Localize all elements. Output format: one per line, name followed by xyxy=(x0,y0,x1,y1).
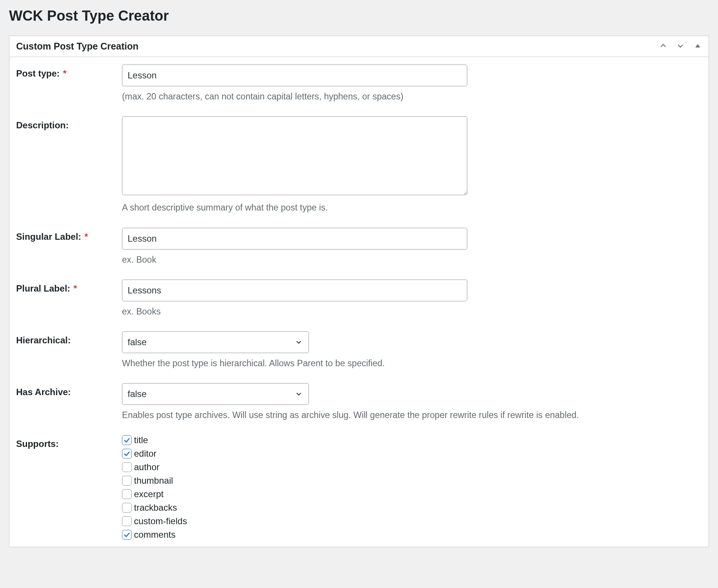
checkbox-label: author xyxy=(134,462,160,472)
panel-body: Post type: * (max. 20 characters, can no… xyxy=(9,57,709,546)
plural-label-help: ex. Books xyxy=(122,305,702,318)
required-marker: * xyxy=(63,68,66,78)
singular-label-input[interactable] xyxy=(122,228,467,250)
plural-label-input[interactable] xyxy=(122,280,467,301)
label-text: Supports: xyxy=(16,439,59,449)
supports-option-author[interactable]: author xyxy=(122,462,702,472)
description-label: Description: xyxy=(16,120,69,130)
supports-label: Supports: xyxy=(16,439,59,449)
description-help: A short descriptive summary of what the … xyxy=(122,201,702,214)
label-text: Singular Label: xyxy=(16,232,81,242)
supports-option-title[interactable]: title xyxy=(122,435,702,445)
post-type-help: (max. 20 characters, can not contain cap… xyxy=(122,90,702,103)
hierarchical-help: Whether the post type is hierarchical. A… xyxy=(122,357,702,370)
supports-option-trackbacks[interactable]: trackbacks xyxy=(122,502,702,513)
checkbox[interactable] xyxy=(122,530,132,540)
plural-label-label: Plural Label: * xyxy=(16,283,77,293)
page-title: WCK Post Type Creator xyxy=(9,7,709,25)
checkbox[interactable] xyxy=(122,516,132,526)
hierarchical-select[interactable]: false xyxy=(122,331,309,353)
singular-label-help: ex. Book xyxy=(122,253,702,266)
panel-header: Custom Post Type Creation xyxy=(9,36,709,57)
checkbox-label: comments xyxy=(134,529,176,540)
label-text: Description: xyxy=(16,120,69,130)
post-type-input[interactable] xyxy=(122,65,467,86)
supports-option-excerpt[interactable]: excerpt xyxy=(122,489,702,499)
checkbox[interactable] xyxy=(122,462,132,472)
checkbox-label: title xyxy=(134,435,148,445)
label-text: Post type: xyxy=(16,68,60,78)
panel-handle-actions xyxy=(659,42,702,51)
singular-label-label: Singular Label: * xyxy=(16,232,88,242)
checkbox-label: trackbacks xyxy=(134,502,177,513)
checkbox[interactable] xyxy=(122,449,132,459)
label-text: Hierarchical: xyxy=(16,335,71,345)
post-type-label: Post type: * xyxy=(16,68,66,78)
row-supports: Supports: titleeditorauthorthumbnailexce… xyxy=(16,435,702,540)
checkbox-label: editor xyxy=(134,448,157,459)
checkbox-label: custom-fields xyxy=(134,516,187,526)
supports-option-comments[interactable]: comments xyxy=(122,529,702,540)
label-text: Has Archive: xyxy=(16,387,71,397)
has-archive-select-wrap: false xyxy=(122,383,309,405)
has-archive-select[interactable]: false xyxy=(122,383,309,405)
hierarchical-label: Hierarchical: xyxy=(16,335,71,345)
row-post-type: Post type: * (max. 20 characters, can no… xyxy=(16,65,702,103)
toggle-panel-button[interactable] xyxy=(694,42,702,51)
custom-post-type-panel: Custom Post Type Creation xyxy=(9,36,709,547)
checkbox-label: thumbnail xyxy=(134,475,173,486)
move-up-button[interactable] xyxy=(659,42,667,51)
required-marker: * xyxy=(74,283,77,293)
has-archive-help: Enables post type archives. Will use str… xyxy=(122,409,702,421)
label-text: Plural Label: xyxy=(16,283,70,293)
supports-option-editor[interactable]: editor xyxy=(122,448,702,459)
row-description: Description: A short descriptive summary… xyxy=(16,116,702,214)
panel-title: Custom Post Type Creation xyxy=(16,40,138,53)
checkbox[interactable] xyxy=(122,489,132,499)
checkbox[interactable] xyxy=(122,476,132,486)
chevron-down-icon xyxy=(676,42,685,51)
supports-option-custom-fields[interactable]: custom-fields xyxy=(122,516,702,526)
has-archive-label: Has Archive: xyxy=(16,387,71,397)
supports-option-thumbnail[interactable]: thumbnail xyxy=(122,475,702,486)
checkbox[interactable] xyxy=(122,435,132,445)
row-has-archive: Has Archive: false Enables post type arc… xyxy=(16,383,702,421)
required-marker: * xyxy=(84,232,88,242)
row-hierarchical: Hierarchical: false Whether the post typ… xyxy=(16,331,702,370)
chevron-up-icon xyxy=(659,42,667,51)
row-singular-label: Singular Label: * ex. Book xyxy=(16,228,702,266)
hierarchical-select-wrap: false xyxy=(122,331,309,353)
checkbox-label: excerpt xyxy=(134,489,164,499)
move-down-button[interactable] xyxy=(676,42,685,51)
row-plural-label: Plural Label: * ex. Books xyxy=(16,280,702,318)
description-textarea[interactable] xyxy=(122,116,467,195)
checkbox[interactable] xyxy=(122,503,132,513)
triangle-up-icon xyxy=(694,42,702,51)
svg-marker-0 xyxy=(695,44,700,48)
supports-checkbox-group: titleeditorauthorthumbnailexcerpttrackba… xyxy=(122,435,702,540)
